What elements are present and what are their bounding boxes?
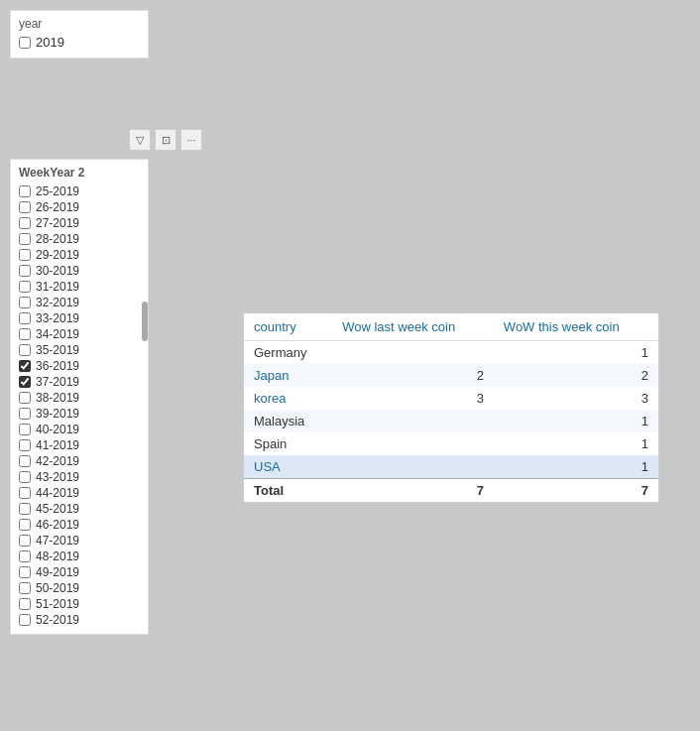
week-item[interactable]: 28-2019 [19,231,140,247]
week-item[interactable]: 50-2019 [19,580,140,596]
week-checkbox[interactable] [19,471,31,483]
year-item-2019[interactable]: 2019 [19,35,140,50]
total-wow-this: 7 [494,479,658,503]
week-checkbox[interactable] [19,185,31,197]
week-checkbox[interactable] [19,360,31,372]
table-row: korea33 [244,387,658,410]
week-item[interactable]: 30-2019 [19,263,140,279]
week-checkbox[interactable] [19,582,31,594]
cell-wow-last: 2 [332,364,494,387]
week-checkbox[interactable] [19,487,31,499]
cell-wow-last [332,455,494,479]
week-item[interactable]: 46-2019 [19,517,140,533]
col-header-wow-last: Wow last week coin [332,313,494,341]
more-icon[interactable]: ··· [180,129,202,151]
week-checkbox[interactable] [19,344,31,356]
week-checkbox[interactable] [19,598,31,610]
year-checkbox-2019[interactable] [19,37,31,49]
table-row: Japan22 [244,364,658,387]
week-item[interactable]: 47-2019 [19,533,140,548]
week-checkbox[interactable] [19,392,31,404]
week-checkbox[interactable] [19,550,31,562]
week-checkbox[interactable] [19,297,31,308]
cell-wow-this: 1 [494,410,658,432]
week-label: 37-2019 [36,375,79,389]
week-checkbox[interactable] [19,439,31,451]
week-checkbox[interactable] [19,503,31,515]
week-item[interactable]: 44-2019 [19,485,140,501]
table-row: USA1 [244,455,658,479]
weekyear-panel-title: WeekYear 2 [19,166,140,180]
week-item[interactable]: 26-2019 [19,199,140,215]
week-checkbox[interactable] [19,281,31,293]
week-label: 46-2019 [36,518,79,532]
week-label: 33-2019 [36,311,79,325]
weekyear-filter-panel: WeekYear 2 25-201926-201927-201928-20192… [10,159,149,635]
cell-country: Germany [244,341,332,365]
expand-icon[interactable]: ⊡ [155,129,176,151]
week-checkbox[interactable] [19,265,31,277]
year-panel-title: year [19,17,140,31]
week-label: 28-2019 [36,232,79,246]
week-item[interactable]: 36-2019 [19,358,140,374]
week-label: 29-2019 [36,248,79,262]
week-label: 50-2019 [36,581,79,595]
year-label-2019: 2019 [36,35,64,50]
week-item[interactable]: 33-2019 [19,310,140,326]
week-item[interactable]: 49-2019 [19,564,140,580]
week-label: 32-2019 [36,296,79,309]
cell-country: Malaysia [244,410,332,432]
week-label: 25-2019 [36,184,79,198]
filter-toolbar: ▽ ⊡ ··· [129,129,202,151]
week-item[interactable]: 37-2019 [19,374,140,390]
week-item[interactable]: 31-2019 [19,279,140,295]
week-checkbox[interactable] [19,201,31,213]
week-item[interactable]: 38-2019 [19,390,140,406]
week-label: 49-2019 [36,565,79,579]
cell-wow-last [332,341,494,365]
table-row: Malaysia1 [244,410,658,432]
week-item[interactable]: 39-2019 [19,406,140,422]
data-table: country Wow last week coin WoW this week… [244,313,658,502]
col-header-country: country [244,313,332,341]
cell-wow-this: 2 [494,364,658,387]
cell-wow-this: 1 [494,341,658,365]
week-label: 51-2019 [36,597,79,611]
week-label: 30-2019 [36,264,79,278]
week-checkbox[interactable] [19,424,31,435]
week-item[interactable]: 43-2019 [19,469,140,485]
week-checkbox[interactable] [19,328,31,340]
week-checkbox[interactable] [19,455,31,467]
week-checkbox[interactable] [19,217,31,229]
week-item[interactable]: 40-2019 [19,422,140,437]
week-item[interactable]: 29-2019 [19,247,140,263]
week-item[interactable]: 45-2019 [19,501,140,517]
week-item[interactable]: 32-2019 [19,295,140,310]
week-checkbox[interactable] [19,614,31,626]
week-item[interactable]: 34-2019 [19,326,140,342]
week-checkbox[interactable] [19,376,31,388]
week-item[interactable]: 27-2019 [19,215,140,231]
total-row: Total77 [244,479,658,503]
week-checkbox[interactable] [19,408,31,420]
cell-country: Japan [244,364,332,387]
filter-icon[interactable]: ▽ [129,129,151,151]
week-item[interactable]: 35-2019 [19,342,140,358]
cell-wow-last: 3 [332,387,494,410]
week-checkbox[interactable] [19,535,31,547]
week-checkbox[interactable] [19,233,31,245]
week-checkbox[interactable] [19,566,31,578]
year-filter-panel: year 2019 [10,10,149,59]
week-item[interactable]: 41-2019 [19,437,140,453]
week-label: 38-2019 [36,391,79,405]
week-checkbox[interactable] [19,312,31,324]
week-item[interactable]: 52-2019 [19,612,140,628]
week-checkbox[interactable] [19,249,31,261]
week-item[interactable]: 25-2019 [19,183,140,199]
week-checkbox[interactable] [19,519,31,531]
scroll-indicator[interactable] [142,302,148,341]
week-item[interactable]: 42-2019 [19,453,140,469]
table-row: Germany1 [244,341,658,365]
week-item[interactable]: 48-2019 [19,548,140,564]
week-item[interactable]: 51-2019 [19,596,140,612]
